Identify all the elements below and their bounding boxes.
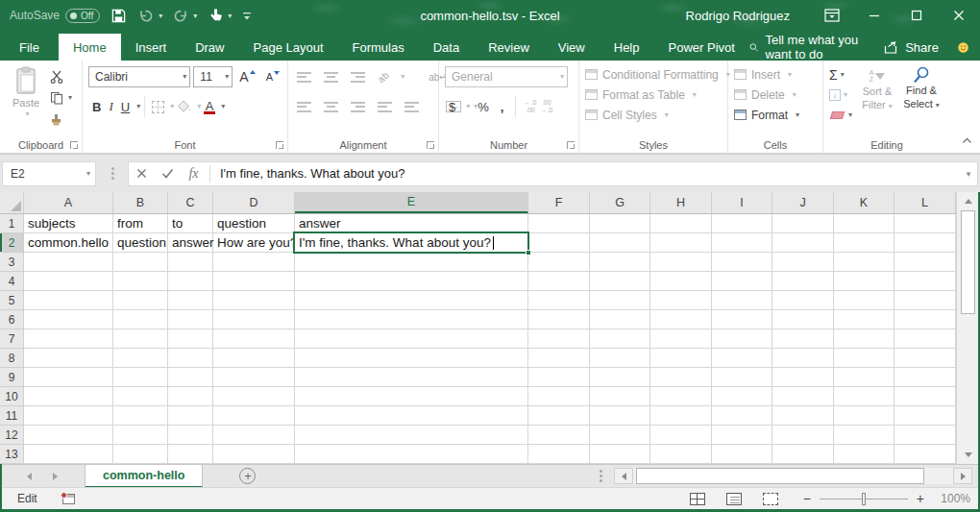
column-header-J[interactable]: J bbox=[772, 192, 834, 213]
view-page-break-button[interactable] bbox=[763, 493, 778, 505]
redo-dropdown-icon[interactable]: ▾ bbox=[193, 12, 197, 20]
insert-cells-button[interactable]: Insert▾ bbox=[734, 64, 819, 85]
enter-button[interactable] bbox=[155, 162, 181, 185]
row-header-3[interactable]: 3 bbox=[0, 253, 23, 272]
vertical-scrollbar[interactable] bbox=[956, 192, 978, 464]
cell-D1[interactable]: question bbox=[217, 214, 266, 233]
paste-button[interactable]: Paste ▾ bbox=[6, 66, 46, 135]
macro-record-button[interactable] bbox=[62, 494, 75, 504]
add-sheet-button[interactable]: + bbox=[239, 468, 256, 484]
column-header-E[interactable]: E bbox=[295, 192, 528, 213]
touch-mode-button[interactable] bbox=[206, 5, 225, 26]
row-header-4[interactable]: 4 bbox=[0, 272, 23, 291]
customize-qat-button[interactable] bbox=[240, 5, 254, 26]
underline-dropdown-icon[interactable]: ▾ bbox=[136, 103, 140, 110]
tab-view[interactable]: View bbox=[544, 34, 600, 61]
close-button[interactable] bbox=[938, 0, 980, 31]
name-box[interactable]: E2 ▾ bbox=[2, 161, 96, 186]
tab-formulas[interactable]: Formulas bbox=[338, 34, 419, 61]
feedback-smiley-icon[interactable] bbox=[958, 39, 968, 56]
scroll-up-button[interactable] bbox=[961, 193, 975, 209]
format-cells-button[interactable]: Format▾ bbox=[734, 105, 819, 125]
find-select-button[interactable]: Find & Select▾ bbox=[900, 66, 943, 124]
align-right-button[interactable] bbox=[348, 97, 368, 116]
alignment-dialog-launcher[interactable] bbox=[427, 141, 434, 149]
maximize-button[interactable] bbox=[895, 0, 938, 31]
sheet-nav-left-button[interactable] bbox=[27, 473, 32, 480]
name-box-dropdown-icon[interactable]: ▾ bbox=[86, 170, 90, 178]
column-header-F[interactable]: F bbox=[528, 192, 590, 213]
insert-function-button[interactable]: fx bbox=[181, 162, 207, 185]
percent-button[interactable]: % bbox=[474, 96, 493, 117]
row-header-6[interactable]: 6 bbox=[0, 310, 23, 329]
sort-filter-button[interactable]: AZ Sort & Filter▾ bbox=[856, 66, 898, 124]
sheetbar-divider[interactable] bbox=[600, 470, 602, 482]
user-name[interactable]: Rodrigo Rodriguez bbox=[686, 9, 790, 23]
row-header-1[interactable]: 1 bbox=[0, 214, 23, 233]
zoom-level[interactable]: 100% bbox=[938, 492, 970, 505]
align-top-button[interactable] bbox=[294, 67, 314, 86]
row-header-2[interactable]: 2 bbox=[0, 233, 23, 253]
tab-file[interactable]: File bbox=[0, 34, 59, 61]
ribbon-display-options-button[interactable] bbox=[811, 0, 853, 31]
autosave-toggle[interactable]: AutoSave Off bbox=[10, 9, 100, 23]
row-header-11[interactable]: 11 bbox=[0, 406, 23, 426]
tab-home[interactable]: Home bbox=[59, 34, 121, 61]
orientation-dropdown-icon[interactable]: ▾ bbox=[401, 73, 404, 81]
format-painter-button[interactable] bbox=[50, 110, 72, 128]
collapse-ribbon-button[interactable] bbox=[962, 131, 972, 148]
column-header-A[interactable]: A bbox=[24, 192, 113, 213]
format-as-table-button[interactable]: Format as Table▾ bbox=[585, 85, 723, 105]
fill-color-button[interactable] bbox=[174, 97, 194, 116]
increase-decimal-button[interactable]: ←.0.00 bbox=[524, 99, 536, 114]
delete-cells-button[interactable]: Delete▾ bbox=[734, 85, 819, 105]
cell-A1[interactable]: subjects bbox=[28, 214, 76, 233]
underline-button[interactable]: U bbox=[117, 96, 134, 117]
formula-input[interactable]: I'm fine, thanks. What about you? bbox=[213, 166, 960, 181]
font-dialog-launcher[interactable] bbox=[276, 141, 283, 149]
autosum-button[interactable]: Σ▾ bbox=[829, 66, 852, 84]
view-normal-button[interactable] bbox=[690, 493, 705, 505]
cell-grid[interactable]: subjectsfromtoquestionanswercommon.hello… bbox=[24, 214, 956, 464]
align-bottom-button[interactable] bbox=[348, 67, 368, 86]
column-header-I[interactable]: I bbox=[712, 192, 772, 213]
save-button[interactable] bbox=[109, 5, 128, 26]
decrease-indent-button[interactable] bbox=[375, 97, 395, 116]
fill-handle[interactable] bbox=[526, 250, 531, 256]
cell-A2[interactable]: common.hello bbox=[28, 233, 109, 253]
undo-dropdown-icon[interactable]: ▾ bbox=[159, 12, 162, 20]
row-header-8[interactable]: 8 bbox=[0, 349, 23, 368]
zoom-slider-handle[interactable] bbox=[862, 493, 866, 505]
column-header-H[interactable]: H bbox=[650, 192, 712, 213]
cell-B2[interactable]: question bbox=[117, 233, 166, 253]
select-all-corner[interactable] bbox=[0, 192, 24, 213]
decrease-decimal-button[interactable]: .00→.0 bbox=[540, 99, 552, 114]
clear-button[interactable]: ▾ bbox=[829, 107, 852, 124]
column-header-K[interactable]: K bbox=[834, 192, 894, 213]
sheet-nav-right-button[interactable] bbox=[53, 473, 58, 480]
undo-button[interactable] bbox=[136, 5, 156, 26]
row-header-9[interactable]: 9 bbox=[0, 368, 23, 387]
borders-button[interactable] bbox=[149, 97, 167, 116]
vertical-scrollbar-thumb[interactable] bbox=[961, 210, 975, 314]
tab-page-layout[interactable]: Page Layout bbox=[239, 34, 338, 61]
copy-dropdown-icon[interactable]: ▾ bbox=[68, 94, 72, 102]
row-header-12[interactable]: 12 bbox=[0, 426, 23, 445]
tab-data[interactable]: Data bbox=[419, 34, 474, 61]
clipboard-dialog-launcher[interactable] bbox=[70, 141, 78, 149]
currency-button[interactable]: $ bbox=[445, 96, 459, 117]
minimize-button[interactable] bbox=[853, 0, 895, 31]
cell-C1[interactable]: to bbox=[172, 214, 183, 233]
increase-font-button[interactable]: A bbox=[235, 66, 258, 87]
column-header-B[interactable]: B bbox=[113, 192, 168, 213]
decrease-font-button[interactable]: A bbox=[262, 66, 283, 87]
number-format-select[interactable]: General▾ bbox=[445, 66, 568, 87]
sheet-tab-common-hello[interactable]: common-hello bbox=[85, 465, 203, 488]
column-header-D[interactable]: D bbox=[213, 192, 295, 213]
italic-button[interactable]: I bbox=[105, 96, 116, 117]
horizontal-scrollbar[interactable] bbox=[614, 468, 972, 484]
view-page-layout-button[interactable] bbox=[726, 493, 742, 505]
cell-E1[interactable]: answer bbox=[299, 214, 341, 233]
align-middle-button[interactable] bbox=[321, 67, 341, 86]
font-size-select[interactable]: 11▾ bbox=[193, 66, 233, 87]
